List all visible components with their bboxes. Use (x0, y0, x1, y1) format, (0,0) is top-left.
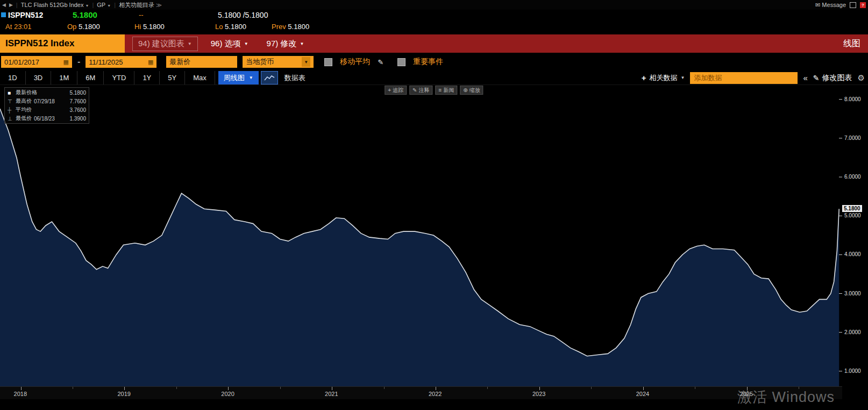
activate-windows-watermark: 激活 Windows (737, 387, 835, 407)
forward-icon[interactable]: ▶ (9, 2, 13, 8)
x-tick (539, 387, 540, 390)
x-axis-label: 2019 (117, 391, 130, 397)
x-minor-tick (591, 387, 592, 389)
divider: | (92, 2, 94, 8)
data-table-button[interactable]: 数据表 (278, 71, 312, 84)
page-title: ISPPN512 Index (0, 34, 125, 53)
tab-6m[interactable]: 6M (77, 71, 104, 84)
chart-tool-新闻[interactable]: ≡新闻 (436, 86, 458, 95)
x-minor-tick (73, 387, 73, 389)
y-axis-label: 5.0000 (844, 213, 861, 218)
legend-label: 最高价 (16, 97, 32, 105)
chart-mode-label: 线图 (843, 38, 860, 50)
legend-label: 最新价格 (16, 89, 37, 96)
chart-type-dropdown[interactable]: 周线图▼ (218, 71, 259, 84)
last-price-axis-label: 5.1800 (842, 205, 862, 212)
chevron-down-icon[interactable]: ▼ (302, 57, 310, 67)
legend-value: 5.1800 (69, 90, 86, 96)
high-price: Hi 5.1800 (134, 23, 165, 31)
legend-row[interactable]: ⊤最高价07/29/187.7600 (5, 97, 89, 105)
open-price: Op 5.1800 (67, 23, 100, 31)
price-field-dropdown[interactable]: 最新价 (166, 56, 237, 68)
tab-max[interactable]: Max (185, 71, 215, 84)
suggested-charts-menu[interactable]: 94) 建议图表▼ (132, 37, 198, 51)
x-minor-tick (176, 387, 177, 389)
legend-value: 1.3900 (69, 116, 86, 122)
x-minor-tick (280, 387, 281, 389)
window-icon[interactable] (850, 2, 856, 8)
moving-average-checkbox[interactable] (324, 58, 332, 66)
legend-marker-icon: ⊥ (8, 116, 13, 122)
chevron-down-icon: ▼ (300, 41, 304, 46)
envelope-icon: ✉ (815, 2, 820, 8)
tool-label: 缩放 (469, 87, 480, 94)
y-axis-label: 6.0000 (844, 174, 861, 180)
x-tick (436, 387, 436, 390)
y-axis-label: 3.0000 (844, 291, 861, 296)
price-chart[interactable] (0, 85, 842, 386)
divider: | (114, 2, 116, 8)
x-tick (228, 387, 229, 390)
bid-ask: 5.1800 /5.1800 (218, 11, 268, 19)
x-axis-label: 2023 (532, 391, 545, 397)
tab-ytd[interactable]: YTD (104, 71, 134, 84)
quote-panel: ISPPN512 5.1800 -- 5.1800 /5.1800 At 23:… (0, 10, 868, 34)
top-menu-bar: ◀ ▶ | TLC Flash 512Gb Index▼ | GP▼ | 相关功… (0, 0, 868, 10)
x-tick (21, 387, 22, 390)
tab-3d[interactable]: 3D (26, 71, 52, 84)
edit-menu[interactable]: 97) 修改▼ (261, 37, 310, 51)
related-functions-menu[interactable]: 相关功能目录 ≫ (119, 1, 162, 9)
legend-label: 平均价 (16, 106, 32, 114)
related-data-menu[interactable]: +相关数据▼ (642, 73, 685, 83)
x-minor-tick (487, 387, 488, 389)
edit-chart-button[interactable]: ✎修改图表 (813, 73, 852, 83)
last-price: 5.1800 (73, 10, 97, 19)
tool-icon: ✎ (412, 87, 417, 93)
gear-icon[interactable]: ⚙ (858, 73, 865, 83)
chart-tool-缩放[interactable]: ⊕缩放 (460, 86, 483, 95)
chevron-down-icon: ▼ (188, 41, 192, 46)
help-icon[interactable]: ? (860, 2, 866, 8)
date-to-field[interactable]: 11/11/2025▦ (86, 56, 156, 68)
tool-label: 新闻 (443, 87, 454, 94)
function-code-menu[interactable]: GP▼ (97, 2, 111, 8)
edit-pencil-icon[interactable]: ✎ (378, 58, 383, 66)
chart-tool-注释[interactable]: ✎注释 (409, 86, 432, 95)
x-minor-tick (384, 387, 385, 389)
chart-tool-追踪[interactable]: +追踪 (385, 86, 407, 95)
calendar-icon[interactable]: ▦ (63, 59, 69, 66)
calendar-icon[interactable]: ▦ (148, 59, 153, 66)
key-events-label: 重要事件 (413, 57, 443, 67)
x-tick (124, 387, 125, 390)
legend-row[interactable]: ┼平均价3.7600 (5, 105, 89, 114)
market-status-icon (1, 12, 6, 17)
security-selector[interactable]: TLC Flash 512Gb Index▼ (21, 2, 89, 8)
divider: | (16, 2, 18, 8)
message-button[interactable]: ✉ Message (815, 2, 846, 9)
y-axis-label: 7.0000 (844, 135, 861, 141)
options-menu[interactable]: 96) 选项▼ (205, 37, 254, 51)
collapse-icon[interactable]: « (803, 73, 807, 82)
date-from-field[interactable]: 01/01/2017▦ (1, 56, 72, 68)
chevron-down-icon: ▼ (244, 41, 248, 46)
chevron-down-icon: ▼ (249, 75, 253, 80)
tab-1y[interactable]: 1Y (134, 71, 160, 84)
tab-1d[interactable]: 1D (0, 71, 26, 84)
line-chart-icon[interactable] (261, 71, 278, 84)
period-tabs: 1D3D1M6MYTD1Y5YMax (0, 71, 215, 84)
chart-settings-toolbar: 01/01/2017▦ - 11/11/2025▦ 最新价 当地货币▼ 移动平均… (0, 53, 868, 71)
bloomberg-terminal-window: ◀ ▶ | TLC Flash 512Gb Index▼ | GP▼ | 相关功… (0, 0, 868, 410)
tab-5y[interactable]: 5Y (160, 71, 185, 84)
tool-icon: ≡ (439, 87, 442, 93)
legend-row[interactable]: ⊥最低价06/18/231.3900 (5, 114, 89, 123)
add-data-input[interactable]: 添加数据 (690, 72, 798, 84)
legend-marker-icon: ┼ (8, 107, 13, 113)
back-icon[interactable]: ◀ (2, 2, 6, 8)
chart-area[interactable]: 8.00007.00006.00005.00004.00003.00002.00… (0, 85, 868, 410)
legend-row[interactable]: ■最新价格5.1800 (5, 88, 89, 97)
x-axis-label: 2020 (221, 391, 234, 397)
tab-1m[interactable]: 1M (51, 71, 77, 84)
legend-marker-icon: ⊤ (8, 98, 13, 104)
currency-dropdown[interactable]: 当地货币▼ (243, 56, 314, 68)
key-events-checkbox[interactable] (397, 58, 405, 66)
